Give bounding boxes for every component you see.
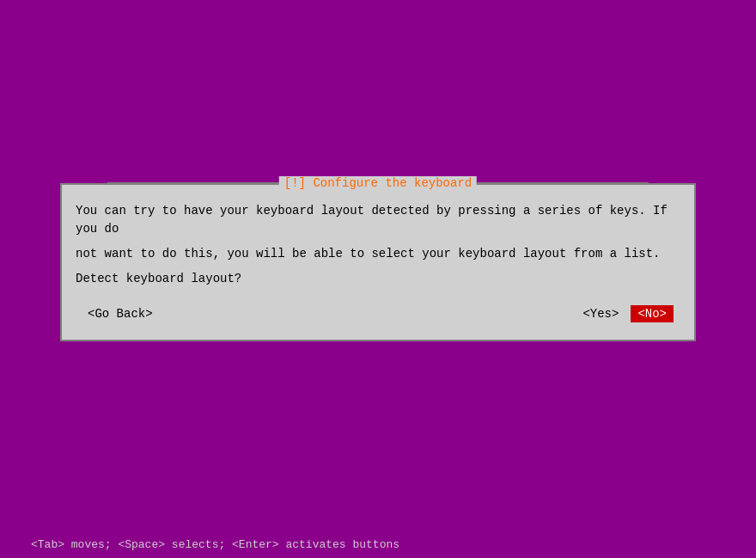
dialog: [!] Configure the keyboard You can try t… <box>60 183 696 341</box>
body-line2: not want to do this, you will be able to… <box>76 245 680 263</box>
yes-button[interactable]: <Yes> <box>577 305 624 322</box>
dialog-question: Detect keyboard layout? <box>76 270 680 288</box>
status-bar: <Tab> moves; <Space> selects; <Enter> ac… <box>0 531 756 558</box>
dialog-title: [!] Configure the keyboard <box>279 176 477 190</box>
go-back-button[interactable]: <Go Back> <box>82 305 158 322</box>
body-line1: You can try to have your keyboard layout… <box>76 202 680 238</box>
dialog-container: [!] Configure the keyboard You can try t… <box>60 183 696 341</box>
title-line-right <box>477 182 649 184</box>
btn-group-right: <Yes> <No> <box>577 305 674 322</box>
title-line-left <box>107 182 279 184</box>
dialog-buttons: <Go Back> <Yes> <No> <box>76 302 680 326</box>
status-bar-text: <Tab> moves; <Space> selects; <Enter> ac… <box>31 538 399 551</box>
screen: [!] Configure the keyboard You can try t… <box>0 0 756 558</box>
dialog-body: You can try to have your keyboard layout… <box>76 202 680 288</box>
dialog-title-bar: [!] Configure the keyboard <box>107 176 649 190</box>
no-button[interactable]: <No> <box>631 305 674 322</box>
